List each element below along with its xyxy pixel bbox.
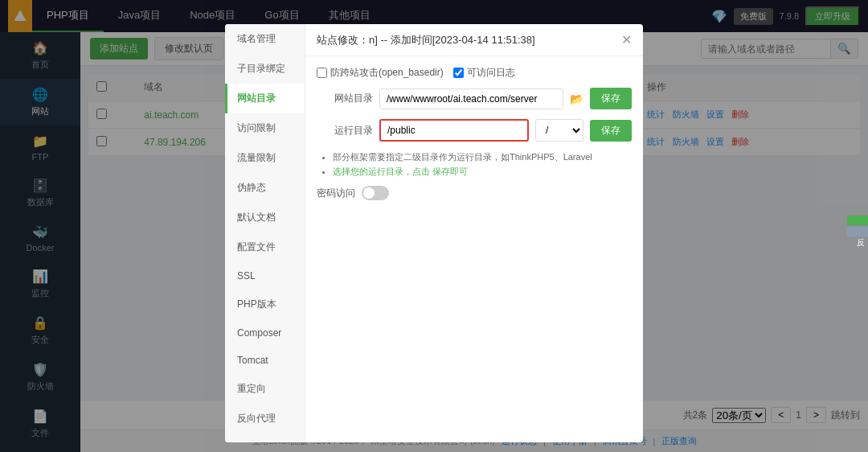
access-toggle[interactable]: [362, 186, 389, 200]
modal-sidebar-default-doc[interactable]: 默认文档: [225, 203, 305, 232]
modal-main-content: 站点修改：n] -- 添加时间[2023-04-14 11:51:38] ✕ 防…: [305, 24, 643, 442]
modal-title: 站点修改：n] -- 添加时间[2023-04-14 11:51:38]: [317, 33, 535, 47]
modal-dialog: 域名管理 子目录绑定 网站目录 访问限制 流量限制 伪静态 默认文档 配置文件 …: [225, 24, 643, 442]
tips-list: 部分框架需要指定二级目录作为运行目录，如ThinkPHP5、Laravel 选择…: [333, 151, 632, 178]
float-btn-2[interactable]: 反: [847, 227, 868, 236]
modal-sidebar-flow[interactable]: 流量限制: [225, 143, 305, 173]
run-dir-input[interactable]: [379, 119, 529, 142]
modal-sidebar-domain[interactable]: 域名管理: [225, 24, 305, 54]
run-dir-select[interactable]: / /public /app: [535, 119, 583, 142]
run-dir-label: 运行目录: [317, 124, 373, 138]
access-label: 密码访问: [317, 187, 355, 200]
website-dir-label: 网站目录: [317, 92, 373, 105]
modal-sidebar-redirect[interactable]: 重定向: [225, 374, 305, 404]
website-dir-row: 网站目录 📂 保存: [317, 88, 632, 109]
modal-body: 防跨站攻击(open_basedir) 可访问日志 网站目录 📂 保存: [305, 56, 643, 442]
open-basedir-checkbox[interactable]: [317, 68, 327, 78]
modal-sidebar-subdomain[interactable]: 子目录绑定: [225, 54, 305, 84]
tip-item: 选择您的运行目录，点击 保存即可: [333, 166, 632, 178]
log-checkbox-item: 可访问日志: [453, 66, 515, 80]
log-label: 可访问日志: [467, 66, 515, 80]
modal-sidebar-access-limit[interactable]: 访问限制: [225, 113, 305, 143]
modal-sidebar-php-version[interactable]: PHP版本: [225, 290, 305, 319]
modal-sidebar-reverse-proxy[interactable]: 反向代理: [225, 404, 305, 434]
float-btn-1[interactable]: 反馈: [847, 216, 868, 225]
modal-sidebar-tomcat[interactable]: Tomcat: [225, 347, 305, 374]
modal-sidebar-ssl[interactable]: SSL: [225, 262, 305, 290]
tip-link[interactable]: 保存即可: [432, 166, 468, 176]
run-dir-row: 运行目录 / /public /app 保存: [317, 119, 632, 142]
open-basedir-label: 防跨站攻击(open_basedir): [330, 66, 444, 80]
modal-overlay: 域名管理 子目录绑定 网站目录 访问限制 流量限制 伪静态 默认文档 配置文件 …: [0, 0, 868, 452]
folder-icon[interactable]: 📂: [570, 92, 583, 105]
open-basedir-checkbox-item: 防跨站攻击(open_basedir): [317, 66, 444, 80]
modal-sidebar: 域名管理 子目录绑定 网站目录 访问限制 流量限制 伪静态 默认文档 配置文件 …: [225, 24, 305, 442]
website-dir-save-button[interactable]: 保存: [590, 88, 632, 109]
website-dir-input[interactable]: [379, 88, 563, 109]
modal-sidebar-composer[interactable]: Composer: [225, 319, 305, 347]
float-buttons: 反馈 反: [847, 216, 868, 236]
modal-sidebar-config[interactable]: 配置文件: [225, 232, 305, 262]
tip-item: 部分框架需要指定二级目录作为运行目录，如ThinkPHP5、Laravel: [333, 151, 632, 163]
modal-header: 站点修改：n] -- 添加时间[2023-04-14 11:51:38] ✕: [305, 24, 643, 56]
modal-sidebar-hotlink[interactable]: 防盗链: [225, 434, 305, 442]
modal-close-button[interactable]: ✕: [621, 32, 632, 47]
checkbox-row: 防跨站攻击(open_basedir) 可访问日志: [317, 66, 632, 80]
modal-sidebar-backup[interactable]: 伪静态: [225, 173, 305, 203]
toggle-row: 密码访问: [317, 186, 632, 200]
modal-sidebar-website-dir[interactable]: 网站目录: [225, 84, 305, 113]
log-checkbox[interactable]: [453, 68, 464, 78]
run-dir-save-button[interactable]: 保存: [590, 120, 632, 142]
